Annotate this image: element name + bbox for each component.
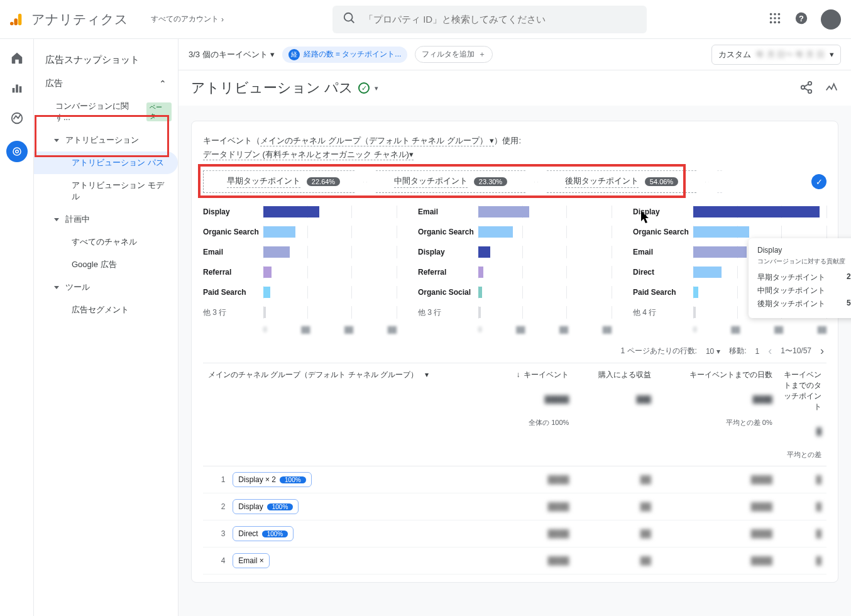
chart-bar[interactable] [478, 246, 490, 258]
svg-point-20 [15, 150, 18, 153]
chevron-down-icon[interactable]: ▾ [375, 84, 378, 92]
chevron-down-icon: ▾ [830, 50, 834, 59]
chart-bar[interactable] [693, 267, 722, 278]
chevron-down-icon[interactable]: ▾ [425, 370, 429, 379]
table-header-dimension[interactable]: メインのチャネル グループ（デフォルト チャネル グループ） ▾ [203, 363, 492, 466]
search-box[interactable] [332, 6, 647, 33]
chart-bar[interactable] [263, 287, 270, 298]
help-icon[interactable]: ? [794, 11, 808, 27]
next-page-button[interactable]: › [820, 344, 824, 358]
chart-bar[interactable] [263, 246, 290, 258]
sidebar-item-conversion[interactable]: コンバージョンに関す... ベータ [34, 95, 178, 129]
chart-bar[interactable] [693, 226, 749, 238]
chart-bar[interactable] [478, 287, 482, 298]
cursor-icon [640, 211, 649, 224]
apps-icon[interactable] [768, 11, 782, 27]
explore-icon[interactable] [9, 111, 25, 126]
touchpoint-late[interactable]: 後期タッチポイント 54.06% [537, 170, 706, 193]
sidebar-group-ads[interactable]: 広告 ⌃ [34, 72, 178, 95]
table-row[interactable]: 2 Display 100% ████ ██ ████ █ [203, 493, 826, 520]
page-range: 1〜10/57 [781, 346, 811, 356]
chart-label: Organic Search [633, 228, 693, 236]
svg-line-26 [804, 88, 808, 91]
chevron-right-icon: › [221, 15, 224, 24]
sidebar-item-attribution-path[interactable]: アトリビューション パス [34, 151, 178, 174]
sidebar-item-attribution-model[interactable]: アトリビューション モデル [34, 174, 178, 208]
svg-point-10 [778, 17, 781, 19]
chart-bar[interactable] [693, 246, 747, 258]
chart-bar[interactable] [263, 267, 272, 278]
svg-point-13 [778, 21, 781, 24]
svg-point-7 [778, 13, 781, 16]
table-header-touchpoints[interactable]: キーイベントまでのタッチポイント █ 平均との差 [777, 363, 826, 466]
goto-label: 移動: [729, 346, 746, 356]
caret-down-icon [54, 218, 59, 221]
tooltip-title: Display [757, 246, 851, 255]
svg-rect-1 [14, 18, 18, 25]
svg-rect-0 [18, 13, 22, 25]
chart-more-row[interactable]: 他 3 行 [203, 302, 397, 322]
chart-bar[interactable] [263, 206, 319, 217]
reports-icon[interactable] [9, 80, 25, 96]
table-header-days[interactable]: キーイベントまでの日数 ████ 平均との差 0% [656, 363, 777, 466]
touchpoint-mid[interactable]: 中間タッチポイント 23.30% [366, 170, 535, 193]
chart-row: Email [203, 242, 397, 262]
chart-axis: 0██████ [693, 326, 826, 333]
table-header-revenue[interactable]: 購入による収益 ███ [574, 363, 656, 466]
search-input[interactable] [364, 14, 637, 25]
goto-input[interactable]: 1 [755, 347, 760, 356]
sort-desc-icon: ↓ [516, 370, 520, 379]
chart-bar[interactable] [693, 206, 820, 217]
table-row[interactable]: 1 Display × 2 100% ████ ██ ████ █ [203, 466, 826, 493]
sidebar-item-tools[interactable]: ツール [34, 276, 178, 299]
table-header-key-events[interactable]: ↓キーイベント █████ 全体の 100% [492, 363, 574, 466]
sidebar-item-google-ads[interactable]: Google 広告 [34, 253, 178, 276]
svg-point-19 [11, 113, 22, 124]
chart-label: Organic Social [418, 288, 478, 297]
rows-per-page-label: 1 ページあたりの行数: [621, 346, 697, 356]
tooltip-subtitle: コンバージョンに対する貢献度 [757, 257, 851, 266]
svg-point-12 [774, 21, 776, 24]
svg-rect-17 [16, 85, 18, 93]
touchpoint-pct: 22.64% [307, 177, 340, 186]
chevron-up-icon: ⌃ [159, 79, 167, 89]
sidebar-title[interactable]: 広告スナップショット [34, 48, 178, 72]
bar-chart: Display Organic Search Email Referral [203, 202, 397, 333]
check-circle-icon[interactable]: ✓ [358, 82, 370, 94]
channel-chip: Direct 100% [233, 526, 294, 541]
svg-point-11 [770, 21, 772, 24]
chart-bar[interactable] [478, 226, 513, 238]
touchpoint-early[interactable]: 早期タッチポイント 22.64% [203, 170, 364, 193]
share-icon[interactable] [799, 80, 813, 96]
chart-bar[interactable] [693, 287, 698, 298]
chart-bar[interactable] [478, 267, 483, 278]
chart-label: Direct [633, 268, 693, 277]
prev-page-button[interactable]: ‹ [768, 344, 772, 358]
chart-bar[interactable] [263, 226, 295, 238]
table-row[interactable]: 3 Direct 100% ████ ██ ████ █ [203, 520, 826, 547]
path-count-pill[interactable]: 経 経路の数 = タッチポイント... [282, 47, 408, 63]
date-range-selector[interactable]: カスタム 年 月 日〜 年 月 日 ▾ [711, 45, 841, 65]
key-events-selector[interactable]: 3/3 個のキーイベント ▾ [189, 49, 275, 60]
add-filter-button[interactable]: フィルタを追加 ＋ [415, 46, 493, 63]
bar-chart: Email Organic Search Display Referral [418, 202, 612, 333]
accounts-selector[interactable]: すべてのアカウント › [151, 14, 224, 25]
table-row[interactable]: 4 Email × ████ ██ ████ █ [203, 547, 826, 575]
model-selector[interactable]: データドリブン (有料チャネルとオーガニック チャネル)▾ [203, 150, 414, 160]
rows-per-page-select[interactable]: 10 ▾ [706, 347, 720, 356]
sidebar-item-all-channels[interactable]: すべてのチャネル [34, 231, 178, 253]
avatar[interactable] [821, 9, 841, 30]
advertising-icon[interactable] [6, 141, 28, 162]
svg-point-9 [774, 17, 776, 19]
analytics-logo-icon [10, 13, 24, 26]
home-icon[interactable] [9, 50, 25, 65]
chart-more-row[interactable]: 他 3 行 [418, 302, 612, 322]
sidebar-item-ad-segments[interactable]: 広告セグメント [34, 299, 178, 321]
sidebar-item-planning[interactable]: 計画中 [34, 208, 178, 231]
chart-bar[interactable] [478, 206, 529, 217]
insights-icon[interactable] [825, 80, 838, 96]
channel-group-selector[interactable]: メインのチャネル グループ（デフォルト チャネル グループ） ▾ [260, 136, 494, 146]
page-title: アトリビューション パス [191, 79, 353, 97]
sidebar-item-attribution[interactable]: アトリビューション [34, 129, 178, 151]
chart-row: Organic Social [418, 282, 612, 302]
